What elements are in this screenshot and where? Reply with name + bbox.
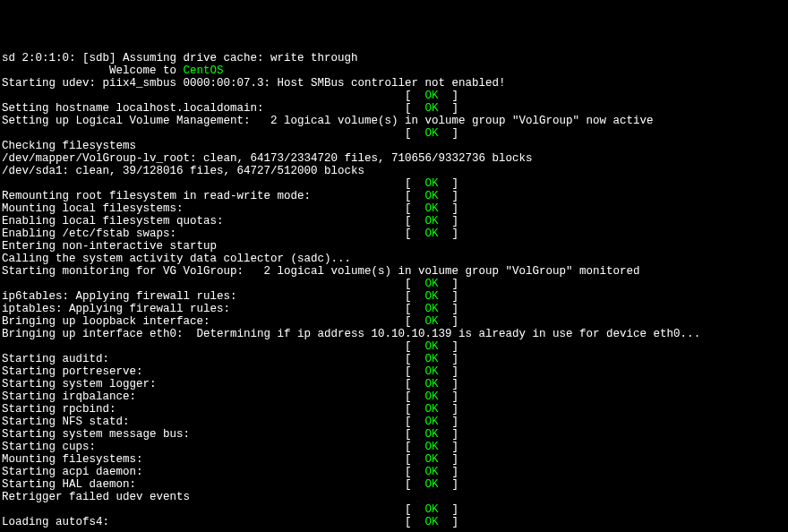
status-ok: OK <box>425 403 439 416</box>
boot-text: sd 2:0:1:0: [sdb] Assuming drive cache: … <box>2 52 358 64</box>
bracket-close: ] <box>439 390 459 403</box>
status-ok: OK <box>425 202 439 215</box>
service-label <box>2 340 405 353</box>
boot-line: Starting system message bus: [ OK ] <box>2 428 786 441</box>
status-ok: OK <box>425 516 439 528</box>
bracket-open: [ <box>405 102 425 115</box>
boot-line: Starting HAL daemon: [ OK ] <box>2 478 786 491</box>
status-ok: OK <box>425 353 439 365</box>
boot-line: Checking filesystems <box>2 140 786 152</box>
bracket-close: ] <box>439 315 459 328</box>
service-label: Loading autofs4: <box>2 516 405 528</box>
boot-line: [ OK ] <box>2 177 786 190</box>
service-label <box>2 278 405 290</box>
bracket-close: ] <box>439 365 459 378</box>
status-ok: OK <box>425 378 439 390</box>
bracket-close: ] <box>439 466 459 478</box>
status-ok: OK <box>425 303 439 315</box>
service-label: iptables: Applying firewall rules: <box>2 303 405 315</box>
status-ok: OK <box>425 365 439 378</box>
boot-text: Checking filesystems <box>2 140 136 152</box>
bracket-close: ] <box>439 227 459 240</box>
service-label: Starting cups: <box>2 441 405 453</box>
bracket-open: [ <box>405 215 425 227</box>
boot-line: sd 2:0:1:0: [sdb] Assuming drive cache: … <box>2 52 786 64</box>
boot-line: Starting acpi daemon: [ OK ] <box>2 466 786 478</box>
boot-line: Setting up Logical Volume Management: 2 … <box>2 115 786 127</box>
welcome-brand: CentOS <box>184 64 224 77</box>
boot-line: Bringing up interface eth0: Determining … <box>2 328 786 340</box>
bracket-open: [ <box>405 90 425 102</box>
service-label <box>2 177 405 190</box>
bracket-close: ] <box>439 428 459 441</box>
bracket-open: [ <box>405 441 425 453</box>
bracket-open: [ <box>405 303 425 315</box>
boot-line: ip6tables: Applying firewall rules: [ OK… <box>2 290 786 303</box>
status-ok: OK <box>425 215 439 227</box>
bracket-open: [ <box>405 278 425 290</box>
boot-line: Setting hostname localhost.localdomain: … <box>2 102 786 115</box>
status-ok: OK <box>425 466 439 478</box>
boot-line: Retrigger failed udev events <box>2 491 786 503</box>
boot-line: iptables: Applying firewall rules: [ OK … <box>2 303 786 315</box>
service-label <box>2 127 405 140</box>
service-label: Starting system message bus: <box>2 428 405 441</box>
welcome-prefix: Welcome to <box>2 64 184 77</box>
boot-line: Entering non-interactive startup <box>2 240 786 253</box>
bracket-close: ] <box>439 290 459 303</box>
bracket-open: [ <box>405 416 425 428</box>
bracket-close: ] <box>439 478 459 491</box>
boot-line: /dev/mapper/VolGroup-lv_root: clean, 641… <box>2 152 786 165</box>
boot-line: Bringing up loopback interface: [ OK ] <box>2 315 786 328</box>
boot-line: [ OK ] <box>2 503 786 516</box>
boot-text: Calling the system activity data collect… <box>2 253 351 265</box>
bracket-open: [ <box>405 353 425 365</box>
service-label: Setting hostname localhost.localdomain: <box>2 102 405 115</box>
bracket-close: ] <box>439 102 459 115</box>
boot-text: Retrigger failed udev events <box>2 491 190 503</box>
bracket-close: ] <box>439 516 459 528</box>
boot-line: Starting monitoring for VG VolGroup: 2 l… <box>2 265 786 278</box>
service-label: Starting system logger: <box>2 378 405 390</box>
bracket-close: ] <box>439 190 459 202</box>
bracket-close: ] <box>439 353 459 365</box>
bracket-close: ] <box>439 215 459 227</box>
status-ok: OK <box>425 416 439 428</box>
boot-text: Entering non-interactive startup <box>2 240 217 253</box>
bracket-open: [ <box>405 340 425 353</box>
bracket-close: ] <box>439 453 459 466</box>
status-ok: OK <box>425 278 439 290</box>
bracket-open: [ <box>405 177 425 190</box>
boot-line: [ OK ] <box>2 340 786 353</box>
bracket-open: [ <box>405 227 425 240</box>
status-ok: OK <box>425 290 439 303</box>
status-ok: OK <box>425 503 439 516</box>
status-ok: OK <box>425 453 439 466</box>
boot-line: Starting rpcbind: [ OK ] <box>2 403 786 416</box>
service-label: Remounting root filesystem in read-write… <box>2 190 405 202</box>
status-ok: OK <box>425 177 439 190</box>
bracket-close: ] <box>439 441 459 453</box>
boot-line: Remounting root filesystem in read-write… <box>2 190 786 202</box>
boot-line: Starting cups: [ OK ] <box>2 441 786 453</box>
boot-text: Starting monitoring for VG VolGroup: 2 l… <box>2 265 640 278</box>
service-label: Starting rpcbind: <box>2 403 405 416</box>
status-ok: OK <box>425 441 439 453</box>
status-ok: OK <box>425 227 439 240</box>
boot-line: Enabling /etc/fstab swaps: [ OK ] <box>2 227 786 240</box>
boot-line: Starting irqbalance: [ OK ] <box>2 390 786 403</box>
boot-line: [ OK ] <box>2 127 786 140</box>
boot-console: sd 2:0:1:0: [sdb] Assuming drive cache: … <box>2 52 786 528</box>
bracket-open: [ <box>405 466 425 478</box>
service-label: Starting NFS statd: <box>2 416 405 428</box>
boot-text: /dev/sda1: clean, 39/128016 files, 64727… <box>2 165 364 177</box>
bracket-close: ] <box>439 177 459 190</box>
bracket-close: ] <box>439 378 459 390</box>
boot-line: /dev/sda1: clean, 39/128016 files, 64727… <box>2 165 786 177</box>
bracket-open: [ <box>405 390 425 403</box>
service-label: Mounting local filesystems: <box>2 202 405 215</box>
bracket-open: [ <box>405 428 425 441</box>
boot-line: Starting auditd: [ OK ] <box>2 353 786 365</box>
boot-line: Calling the system activity data collect… <box>2 253 786 265</box>
service-label: Starting portreserve: <box>2 365 405 378</box>
